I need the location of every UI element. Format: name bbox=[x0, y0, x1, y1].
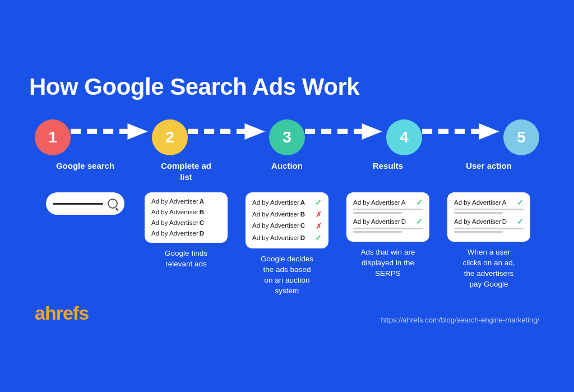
step-circle-3: 3 bbox=[269, 119, 305, 155]
useraction-line-d-1 bbox=[454, 228, 524, 229]
label-1: Google search bbox=[35, 160, 136, 182]
footer-url: https://ahrefs.com/blog/search-engine-ma… bbox=[381, 316, 539, 324]
complete-ad-list-card: Ad by Advertiser A Ad by Advertiser B Ad… bbox=[145, 192, 228, 243]
ad-row-2-b: Ad by Advertiser B bbox=[151, 209, 221, 216]
ad-row-3-c: Ad by Advertiser C✗ bbox=[252, 222, 322, 231]
results-title-d: Ad by Advertiser D✓ bbox=[353, 217, 423, 226]
step-5: 5 bbox=[503, 119, 539, 155]
useraction-block-a: Ad by Advertiser A✓ bbox=[454, 198, 524, 214]
search-icon bbox=[108, 199, 118, 209]
auction-ad-card: Ad by Advertiser A✓ Ad by Advertiser B✗ … bbox=[246, 192, 328, 248]
useraction-title-d: Ad by Advertiser D✓ bbox=[454, 217, 524, 226]
results-line-d-2 bbox=[353, 231, 402, 233]
desc-5: When a userclicks on an ad,the advertise… bbox=[462, 247, 515, 290]
step-circle-1: 1 bbox=[35, 119, 71, 155]
labels-row: Google search Complete adlist Auction Re… bbox=[29, 160, 545, 182]
ad-row-3-b: Ad by Advertiser B✗ bbox=[252, 210, 322, 219]
ad-row-2-d: Ad by Advertiser D bbox=[151, 230, 221, 238]
step-circle-2: 2 bbox=[152, 119, 188, 155]
svg-marker-7 bbox=[479, 123, 499, 140]
useraction-line-d-2 bbox=[454, 231, 503, 233]
step-1: 1 bbox=[35, 119, 71, 155]
content-cell-2: Ad by Advertiser A Ad by Advertiser B Ad… bbox=[136, 192, 237, 270]
step-3: 3 bbox=[269, 119, 305, 155]
label-3: Auction bbox=[237, 160, 337, 182]
arrow-2-3 bbox=[188, 117, 269, 157]
results-line-a-1 bbox=[353, 209, 423, 210]
useraction-line-a-1 bbox=[454, 209, 524, 210]
step-circle-4: 4 bbox=[386, 119, 422, 155]
results-block-a: Ad by Advertiser A✓ bbox=[353, 198, 423, 214]
ahrefs-logo-accent: a bbox=[35, 302, 45, 324]
ad-row-3-a: Ad by Advertiser A✓ bbox=[252, 198, 322, 207]
content-cell-1 bbox=[35, 192, 136, 220]
ahrefs-logo-text: hrefs bbox=[45, 302, 89, 324]
search-bar bbox=[46, 192, 124, 215]
step-4: 4 bbox=[386, 119, 422, 155]
desc-4: Ads that win aredisplayed in theSERPS bbox=[361, 247, 415, 279]
ad-row-2-c: Ad by Advertiser C bbox=[151, 219, 221, 227]
page-container: How Google Search Ads Work 1 2 3 4 5 bbox=[18, 57, 556, 335]
results-line-d-1 bbox=[353, 228, 423, 229]
label-4: Results bbox=[337, 160, 438, 182]
ad-row-3-d: Ad by Advertiser D✓ bbox=[252, 233, 322, 243]
svg-marker-1 bbox=[128, 123, 148, 140]
footer: ahrefs https://ahrefs.com/blog/search-en… bbox=[29, 302, 545, 324]
content-cell-4: Ad by Advertiser A✓ Ad by Advertiser D✓ … bbox=[337, 192, 438, 279]
steps-circles-row: 1 2 3 4 5 bbox=[29, 117, 545, 157]
arrow-4-5 bbox=[422, 117, 503, 157]
results-line-a-2 bbox=[353, 212, 402, 214]
content-row: Ad by Advertiser A Ad by Advertiser B Ad… bbox=[29, 192, 545, 296]
svg-marker-5 bbox=[362, 123, 382, 140]
arrow-1-2 bbox=[71, 117, 152, 157]
results-title-a: Ad by Advertiser A✓ bbox=[353, 198, 423, 207]
content-cell-3: Ad by Advertiser A✓ Ad by Advertiser B✗ … bbox=[237, 192, 337, 296]
ad-row-2-a: Ad by Advertiser A bbox=[151, 198, 221, 206]
ahrefs-logo: ahrefs bbox=[35, 302, 89, 324]
useraction-ad-card: Ad by Advertiser A✓ Ad by Advertiser D✓ bbox=[447, 192, 530, 242]
results-block-d: Ad by Advertiser D✓ bbox=[353, 217, 423, 233]
label-2: Complete adlist bbox=[136, 160, 237, 182]
arrow-3-4 bbox=[305, 117, 386, 157]
search-text-line bbox=[53, 203, 103, 205]
useraction-title-a: Ad by Advertiser A✓ bbox=[454, 198, 524, 207]
content-cell-5: Ad by Advertiser A✓ Ad by Advertiser D✓ … bbox=[438, 192, 539, 290]
results-ad-card: Ad by Advertiser A✓ Ad by Advertiser D✓ bbox=[346, 192, 429, 242]
useraction-block-d: Ad by Advertiser D✓ bbox=[454, 217, 524, 233]
useraction-line-a-2 bbox=[454, 212, 503, 214]
svg-marker-3 bbox=[245, 123, 265, 140]
step-circle-5: 5 bbox=[503, 119, 539, 155]
desc-3: Google decidesthe ads basedon an auction… bbox=[261, 254, 313, 297]
label-5: User action bbox=[438, 160, 539, 182]
step-2: 2 bbox=[152, 119, 188, 155]
page-title: How Google Search Ads Work bbox=[29, 73, 545, 100]
desc-2: Google findsrelevant ads bbox=[165, 248, 207, 270]
